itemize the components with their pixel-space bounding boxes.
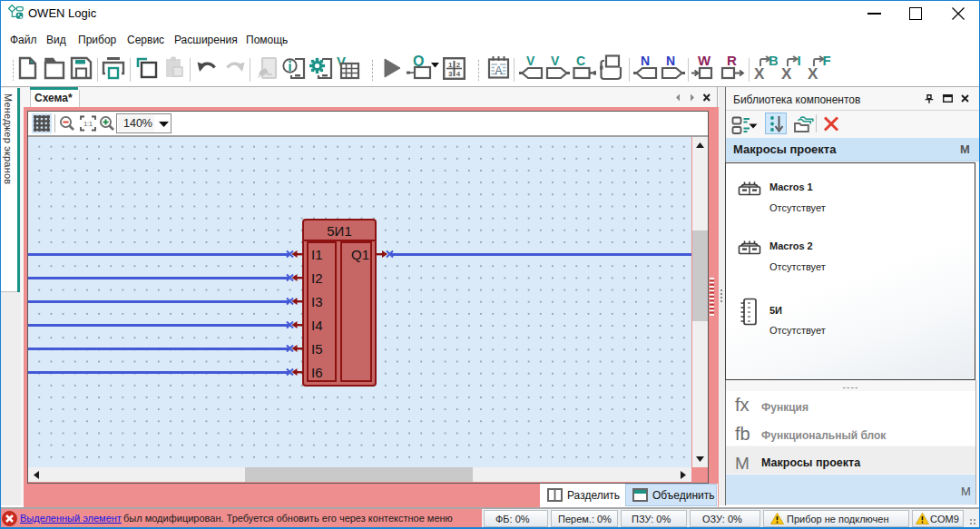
svg-text:C: C xyxy=(576,55,585,68)
svg-text:W: W xyxy=(698,54,711,68)
svg-text:X: X xyxy=(754,65,765,81)
svg-text:F: F xyxy=(823,54,831,68)
svg-text:N: N xyxy=(666,55,675,68)
svg-text:X: X xyxy=(781,65,792,81)
svg-text:R: R xyxy=(727,54,737,68)
svg-text:3: 3 xyxy=(448,70,453,78)
svg-text:X: X xyxy=(808,65,818,81)
svg-text:B: B xyxy=(769,54,778,68)
svg-text:V: V xyxy=(526,55,535,68)
svg-text:4: 4 xyxy=(456,70,461,78)
svg-text:2: 2 xyxy=(456,61,461,69)
svg-text:A: A xyxy=(495,64,502,77)
svg-text:1:1: 1:1 xyxy=(83,121,93,127)
svg-text:I: I xyxy=(798,54,801,68)
svg-text:V: V xyxy=(551,55,560,68)
svg-text:1: 1 xyxy=(448,61,453,69)
svg-text:N: N xyxy=(641,55,650,68)
